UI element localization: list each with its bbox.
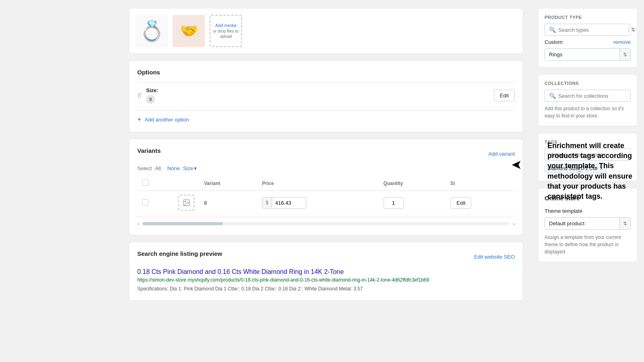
add-option-icon: + bbox=[137, 115, 142, 124]
media-thumb-ring[interactable]: 💍 bbox=[136, 15, 168, 47]
enrichment-annotation: ➤ Enrichment will create products tags a… bbox=[547, 141, 636, 202]
sort-types-button[interactable]: ⇅ bbox=[628, 27, 638, 33]
price-currency: $ bbox=[262, 197, 272, 208]
search-collections-wrap: 🔍 bbox=[545, 90, 631, 102]
scroll-thumb[interactable] bbox=[142, 222, 223, 225]
seo-title: Search engine listing preview bbox=[137, 250, 222, 257]
media-add-placeholder[interactable]: Add media or drop files to upload bbox=[210, 15, 242, 47]
quantity-input[interactable] bbox=[384, 197, 404, 209]
th-si: Si bbox=[446, 176, 515, 191]
type-select-wrap: Rings ⇅ bbox=[545, 48, 631, 61]
search-types-input[interactable] bbox=[558, 27, 626, 33]
options-section: Options ⠿ Size: 8 Edit + Add another opt… bbox=[129, 60, 523, 132]
svg-point-1 bbox=[185, 201, 186, 202]
filter-all-link[interactable]: All bbox=[155, 165, 161, 171]
options-title: Options bbox=[137, 69, 515, 76]
collections-hint: Add this product to a collection so it's… bbox=[545, 105, 631, 119]
media-thumb-hand[interactable]: 🤝 bbox=[173, 15, 205, 47]
variant-image-placeholder[interactable] bbox=[178, 195, 194, 211]
row-checkbox[interactable] bbox=[142, 199, 149, 206]
th-checkbox bbox=[137, 176, 173, 191]
seo-page-title: 0.18 Cts Pink Diamond and 0.16 Cts White… bbox=[137, 268, 515, 276]
search-types-icon: 🔍 bbox=[549, 27, 556, 33]
theme-select-wrap: Default product ⇅ bbox=[545, 217, 631, 230]
variants-header: Variants Add variant bbox=[137, 147, 515, 160]
theme-select[interactable]: Default product bbox=[545, 218, 619, 229]
seo-page-url: https://simon-dev-store.myshopify.com/pr… bbox=[137, 277, 515, 283]
custom-label: Custom bbox=[545, 39, 563, 45]
seo-header: Search engine listing preview Edit websi… bbox=[137, 250, 515, 263]
header-checkbox[interactable] bbox=[142, 179, 149, 186]
option-size-badge: 8 bbox=[146, 95, 155, 104]
option-edit-button[interactable]: Edit bbox=[494, 90, 515, 101]
add-option-link[interactable]: Add another option bbox=[145, 117, 189, 123]
row-qty-cell bbox=[379, 191, 446, 215]
drag-handle-icon[interactable]: ⠿ bbox=[137, 93, 141, 99]
search-types-wrap: 🔍 ⇅ bbox=[545, 24, 631, 36]
filter-size-label: Size bbox=[183, 165, 193, 171]
remove-type-link[interactable]: remove bbox=[613, 39, 631, 45]
row-variant-value: 8 bbox=[199, 191, 257, 215]
table-row: 8 $ Edit bbox=[137, 191, 515, 215]
variants-table: Variant Price Quantity Si bbox=[137, 176, 515, 215]
seo-page-desc: Specifications: Dia 1: Pink Diamond Dia … bbox=[137, 285, 515, 292]
type-select[interactable]: Rings bbox=[545, 49, 619, 60]
annotation-arrow-icon: ➤ bbox=[511, 157, 522, 172]
seo-edit-link[interactable]: Edit website SEO bbox=[474, 254, 515, 260]
filter-dropdown-arrow-icon: ▾ bbox=[194, 165, 197, 171]
collections-card: COLLECTIONS 🔍 Add this product to a coll… bbox=[538, 74, 638, 126]
row-image-cell bbox=[173, 191, 199, 215]
filter-size-dropdown[interactable]: Size ▾ bbox=[183, 165, 197, 171]
select-label: Select bbox=[137, 165, 152, 171]
custom-type-row: Custom remove bbox=[545, 39, 631, 45]
type-select-arrow-icon: ⇅ bbox=[619, 49, 630, 60]
variants-table-header-row: Variant Price Quantity Si bbox=[137, 176, 515, 191]
option-info: Size: 8 bbox=[146, 87, 489, 104]
add-media-link[interactable]: Add media bbox=[215, 23, 237, 28]
variants-section: Variants Add variant Select All None Siz… bbox=[129, 139, 523, 235]
media-section: 💍 🤝 Add media or drop files to upload bbox=[129, 8, 523, 54]
variants-table-container: Variant Price Quantity Si bbox=[137, 176, 515, 227]
scroll-right-arrow-icon[interactable]: › bbox=[513, 220, 515, 227]
collections-label: COLLECTIONS bbox=[545, 81, 631, 86]
row-edit-button[interactable]: Edit bbox=[450, 197, 471, 209]
add-option-row[interactable]: + Add another option bbox=[137, 110, 515, 124]
scroll-track[interactable] bbox=[142, 222, 510, 225]
drop-files-text: or drop files to upload bbox=[211, 29, 241, 39]
filter-none-link[interactable]: None bbox=[167, 165, 180, 171]
option-size-row: ⠿ Size: 8 Edit bbox=[137, 82, 515, 109]
types-label: PRODUCT TYPE bbox=[545, 15, 631, 20]
row-checkbox-cell bbox=[137, 191, 173, 215]
scroll-left-arrow-icon[interactable]: ‹ bbox=[137, 220, 139, 227]
th-quantity: Quantity bbox=[379, 176, 446, 191]
th-price: Price bbox=[257, 176, 379, 191]
product-type-card: PRODUCT TYPE 🔍 ⇅ Custom remove Rings ⇅ bbox=[538, 8, 638, 68]
th-variant-label: Variant bbox=[199, 176, 257, 191]
variants-title: Variants bbox=[137, 147, 161, 154]
option-size-label: Size: bbox=[146, 87, 489, 93]
search-collections-icon: 🔍 bbox=[549, 93, 556, 99]
variants-filter-row: Select All None Size ▾ bbox=[137, 165, 515, 171]
th-variant bbox=[173, 176, 199, 191]
theme-select-arrow-icon: ⇅ bbox=[619, 218, 630, 229]
add-variant-link[interactable]: Add variant bbox=[488, 151, 515, 157]
theme-desc: Assign a template from your current them… bbox=[545, 234, 631, 255]
row-price-cell: $ bbox=[257, 191, 379, 215]
price-input[interactable] bbox=[272, 197, 300, 208]
theme-template-label: Theme template bbox=[545, 208, 631, 214]
scroll-nav: ‹ › bbox=[137, 217, 515, 227]
enrichment-text: Enrichment will create products tags acc… bbox=[547, 141, 636, 202]
row-edit-cell: Edit bbox=[446, 191, 515, 215]
seo-section: Search engine listing preview Edit websi… bbox=[129, 242, 523, 301]
search-collections-input[interactable] bbox=[558, 93, 626, 99]
price-input-wrapper: $ bbox=[262, 197, 306, 209]
